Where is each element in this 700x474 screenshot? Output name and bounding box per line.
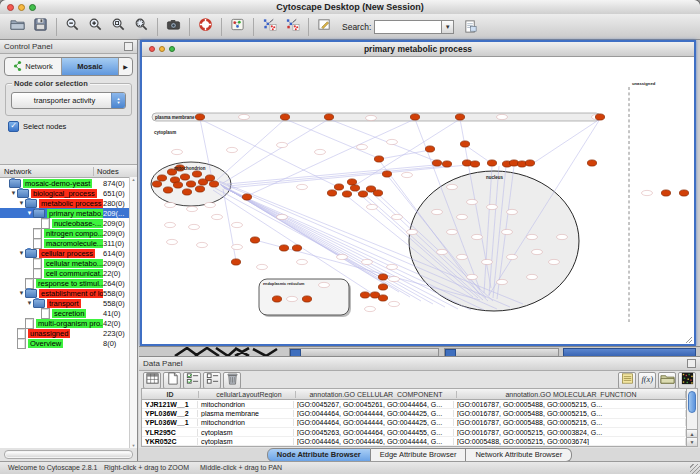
zoom-out-button[interactable] bbox=[61, 16, 84, 37]
camera-snapshot-button[interactable] bbox=[162, 16, 185, 37]
tab-network-attribute-browser[interactable]: Network Attribute Browser bbox=[466, 448, 572, 462]
network-overview-button[interactable] bbox=[226, 16, 249, 37]
import-attributes-button[interactable] bbox=[658, 372, 676, 389]
open-folder-button[interactable] bbox=[6, 16, 29, 37]
table-cell: [GO:0044464, GO:0044444, GO:0044425, G..… bbox=[294, 419, 454, 426]
network-label: nitrogen compo... bbox=[44, 229, 103, 238]
search-dropdown-button[interactable]: ▼ bbox=[441, 20, 454, 34]
tree-row[interactable]: macromolecule...311(0) bbox=[0, 238, 137, 248]
delete-attribute-button[interactable] bbox=[223, 372, 241, 389]
tree-row[interactable]: cellular metabo...209(0) bbox=[0, 258, 137, 268]
zoom-region-button[interactable] bbox=[130, 16, 153, 37]
unselect-attributes-button[interactable] bbox=[203, 372, 221, 389]
tab-edge-attribute-browser[interactable]: Edge Attribute Browser bbox=[371, 448, 467, 462]
status-message: Welcome to Cytoscape 2.8.1 bbox=[8, 464, 97, 471]
tree-row[interactable]: ▼cellular process614(0) bbox=[0, 248, 137, 258]
network-label: transport bbox=[47, 299, 81, 308]
zoom-fit-button[interactable] bbox=[107, 16, 130, 37]
tree-row[interactable]: ▼biological_process651(0) bbox=[0, 188, 137, 198]
expand-triangle-icon[interactable]: ▼ bbox=[18, 250, 25, 256]
main-toolbar: Search: ▼ bbox=[0, 14, 700, 40]
expand-triangle-icon[interactable]: ▼ bbox=[26, 300, 33, 306]
help-lifesaver-icon bbox=[198, 17, 213, 36]
expand-triangle-icon[interactable]: ▼ bbox=[18, 290, 25, 296]
vizmapper-button[interactable] bbox=[313, 16, 336, 37]
network-label: cellular metabo... bbox=[44, 259, 103, 268]
scrollbar-thumb[interactable] bbox=[688, 391, 696, 413]
column-header[interactable]: ID bbox=[142, 391, 199, 398]
tree-row[interactable]: ▼metabolic process280(0) bbox=[0, 198, 137, 208]
search-input[interactable] bbox=[374, 20, 441, 34]
annotation-notes-button[interactable] bbox=[618, 372, 636, 389]
tree-column-network[interactable]: Network bbox=[0, 167, 94, 176]
select-attributes-button[interactable] bbox=[183, 372, 201, 389]
float-panel-icon[interactable] bbox=[124, 42, 133, 51]
tree-row[interactable]: unassigned223(0) bbox=[0, 328, 137, 338]
save-icon bbox=[33, 17, 48, 36]
tree-row[interactable]: secretion41(0) bbox=[0, 308, 137, 318]
scroll-down-icon[interactable]: ▼ bbox=[687, 437, 697, 446]
tree-row[interactable]: mosaic-demo-yeast874(0) bbox=[0, 178, 137, 188]
zoom-in-button[interactable] bbox=[84, 16, 107, 37]
column-header[interactable]: _cellularLayoutRegion bbox=[199, 391, 296, 398]
file-icon bbox=[25, 278, 34, 289]
svg-text:f(x): f(x) bbox=[641, 374, 653, 384]
resize-grip[interactable] bbox=[690, 464, 700, 474]
tree-row[interactable]: ▼primary metabo...209(... bbox=[0, 208, 137, 218]
network-modify-b-button[interactable] bbox=[281, 16, 304, 37]
save-button[interactable] bbox=[29, 16, 52, 37]
network-modify-a-button[interactable] bbox=[258, 16, 281, 37]
column-header[interactable]: annotation.GO MOLECULAR_FUNCTION bbox=[457, 391, 686, 398]
tab-overflow-arrow[interactable]: ▶ bbox=[119, 58, 132, 75]
new-attribute-button[interactable] bbox=[163, 372, 181, 389]
tab-mosaic[interactable]: Mosaic bbox=[62, 58, 119, 75]
tab-node-attribute-browser[interactable]: Node Attribute Browser bbox=[267, 448, 371, 462]
table-row[interactable]: YPL036W__1mitochondrion[GO:0044464, GO:0… bbox=[142, 419, 686, 428]
file-icon bbox=[33, 238, 42, 249]
table-cell: mitochondrion bbox=[198, 419, 294, 426]
tree-row[interactable]: nucleobase-...209(0) bbox=[0, 218, 137, 228]
help-lifesaver-button[interactable] bbox=[194, 16, 217, 37]
select-nodes-checkbox[interactable]: ✓ bbox=[8, 121, 19, 132]
node-color-dropdown[interactable]: transporter activity ▲▼ bbox=[11, 92, 126, 109]
table-row[interactable]: YPL036W__2plasma membrane[GO:0044464, GO… bbox=[142, 409, 686, 418]
network-window-title: primary metabolic process bbox=[142, 44, 694, 54]
tree-row[interactable]: cell communicat...22(0) bbox=[0, 268, 137, 278]
table-vertical-scrollbar[interactable]: ▲ ▼ bbox=[686, 389, 697, 446]
tree-row[interactable]: nitrogen compo...209(0) bbox=[0, 228, 137, 238]
network-window-titlebar[interactable]: primary metabolic process bbox=[142, 42, 694, 57]
tree-row[interactable]: ▼establishment of lo...558(0) bbox=[0, 288, 137, 298]
matrix-button[interactable] bbox=[678, 372, 696, 389]
expand-triangle-icon[interactable]: ▼ bbox=[10, 190, 17, 196]
tree-vertical-scrollbar[interactable]: ▲▼ bbox=[129, 177, 137, 448]
zoom-in-icon bbox=[88, 17, 103, 36]
expand-triangle-icon[interactable]: ▼ bbox=[26, 210, 33, 216]
network-canvas[interactable]: plasma membranecytoplasmmitochondrionnuc… bbox=[142, 57, 694, 344]
file-icon bbox=[41, 308, 50, 319]
table-row[interactable]: YLR295Ccytoplasm[GO:0045263, GO:0044464,… bbox=[142, 428, 686, 437]
table-cell: YJR121W__1 bbox=[142, 401, 198, 408]
control-panel: Control Panel NetworkMosaic▶ Node color … bbox=[0, 40, 138, 462]
function-builder-button[interactable]: f(x) bbox=[638, 372, 656, 389]
table-row[interactable]: YJR121W__1mitochondrion[GO:0045267, GO:0… bbox=[142, 400, 686, 409]
tab-network[interactable]: Network bbox=[5, 58, 62, 75]
annotation-import-button[interactable] bbox=[459, 16, 482, 37]
table-row[interactable]: YKR052Ccytoplasm[GO:0044464, GO:0044446,… bbox=[142, 437, 686, 446]
tree-column-nodes[interactable]: Nodes bbox=[94, 167, 137, 176]
attribute-table-button[interactable] bbox=[143, 372, 161, 389]
network-label: biological_process bbox=[31, 189, 97, 198]
control-panel-horizontal-scrollbar[interactable] bbox=[4, 450, 133, 459]
tree-row[interactable]: Overview8(0) bbox=[0, 338, 137, 348]
column-header[interactable]: annotation.GO CELLULAR_COMPONENT bbox=[296, 391, 457, 398]
expand-triangle-icon[interactable]: ▼ bbox=[18, 200, 25, 206]
tree-row[interactable]: ▼transport558(0) bbox=[0, 298, 137, 308]
folder-icon bbox=[25, 199, 37, 208]
float-panel-icon[interactable] bbox=[687, 359, 696, 368]
table-cell: [GO:0005488, GO:0005215, GO:0003674] bbox=[454, 438, 686, 445]
table-cell: [GO:0044464, GO:0044446, GO:0044444, G..… bbox=[294, 438, 454, 445]
tree-row[interactable]: response to stimul...264(0) bbox=[0, 278, 137, 288]
folder-icon bbox=[9, 179, 21, 188]
tree-row[interactable]: multi-organism pro...42(0) bbox=[0, 318, 137, 328]
table-cell: YPL036W__1 bbox=[142, 419, 198, 426]
search-combo: ▼ bbox=[374, 20, 454, 34]
